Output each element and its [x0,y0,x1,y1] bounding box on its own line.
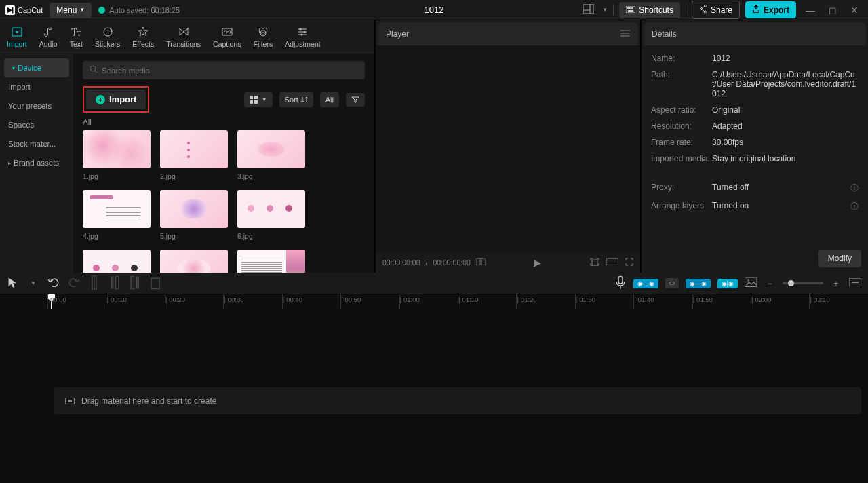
media-item[interactable]: 4.jpg [83,190,151,240]
detail-label: Frame rate: [651,138,712,147]
media-item[interactable]: 5.jpg [160,190,228,240]
trim-right-icon[interactable] [129,275,141,292]
detail-value-path: C:/Users/Usman/AppData/Local/CapCut/User… [712,70,859,98]
sidebar-item-presets[interactable]: Your presets [0,96,73,115]
tab-import[interactable]: Import [7,24,27,50]
svg-rect-30 [606,258,618,265]
chevron-down-icon[interactable]: ▼ [27,280,39,286]
svg-rect-5 [629,7,631,9]
tab-filters[interactable]: Filters [254,24,273,50]
mic-icon[interactable] [614,275,627,292]
tab-text[interactable]: Text [70,24,83,50]
share-button[interactable]: Share [692,1,740,19]
snapshot-icon[interactable] [590,258,599,267]
layout-icon[interactable] [580,4,597,16]
tool-tabs: Import Audio Text Stickers Effects Trans… [0,20,374,54]
project-title: 1012 [425,5,444,15]
media-item[interactable]: 1.jpg [83,130,151,180]
detail-value-framerate: 30.00fps [712,138,859,147]
share-icon [699,5,707,15]
details-header: Details [644,22,866,45]
delete-icon[interactable] [149,275,161,292]
media-item[interactable]: 7.jpg [83,250,151,273]
app-logo: CapCut [5,5,43,15]
redo-icon[interactable] [68,277,80,289]
sort-button[interactable]: Sort [279,92,313,107]
modify-button[interactable]: Modify [818,250,861,267]
player-viewport[interactable] [376,45,640,252]
detail-label: Proxy: [651,182,712,194]
tab-transitions[interactable]: Transitions [166,24,201,50]
app-name: CapCut [18,6,43,14]
timeline-tracks[interactable]: Drag material here and start to create [0,309,868,483]
info-icon[interactable]: ⓘ [850,201,859,212]
filter-all-button[interactable]: All [320,92,339,107]
split-icon[interactable] [88,275,100,292]
shortcuts-button[interactable]: Shortcuts [619,2,680,18]
media-item[interactable]: 8.jpg [160,250,228,273]
preview-icon[interactable]: ◉|◉ [717,279,738,288]
svg-rect-35 [131,276,134,288]
svg-rect-27 [476,258,480,265]
import-highlight: + Import [83,86,149,113]
svg-rect-4 [627,7,629,9]
search-input-wrapper[interactable] [83,61,365,79]
filters-icon [257,26,269,38]
filter-button[interactable] [346,93,365,107]
ratio-icon[interactable] [606,258,618,267]
tab-stickers[interactable]: Stickers [95,24,120,50]
zoom-in-icon[interactable]: + [830,279,842,288]
sidebar-item-spaces[interactable]: Spaces [0,115,73,134]
sidebar-item-stock[interactable]: Stock mater... [0,134,73,153]
media-item[interactable]: 2.jpg [160,130,228,180]
chevron-down-icon[interactable]: ▼ [602,7,608,13]
minimize-button[interactable]: — [802,5,819,16]
svg-point-17 [301,34,303,36]
media-item[interactable]: 6.jpg [237,190,305,240]
snap-icon[interactable]: ◉―◉ [686,279,711,288]
cover-icon[interactable] [745,277,757,289]
link-icon[interactable]: ⬭ [665,278,679,288]
export-button[interactable]: Export [745,1,796,18]
tab-adjustment[interactable]: Adjustment [285,24,321,50]
svg-rect-33 [111,276,114,288]
tab-audio[interactable]: Audio [39,24,58,50]
undo-icon[interactable] [47,277,60,289]
tab-captions[interactable]: Captions [213,24,241,50]
svg-point-16 [304,31,306,33]
zoom-slider[interactable] [783,282,823,284]
fit-icon[interactable] [849,278,861,289]
media-item[interactable]: 3.jpg [237,130,305,180]
svg-rect-22 [250,100,253,104]
svg-rect-3 [626,6,635,13]
media-item[interactable]: 9.jpg [237,250,305,273]
svg-rect-29 [592,260,597,265]
import-button[interactable]: + Import [86,90,146,109]
menu-icon[interactable] [620,29,630,39]
play-button[interactable]: ▶ [534,257,541,268]
maximize-button[interactable]: ◻ [825,5,841,16]
adjustment-icon [296,26,309,38]
detail-label: Aspect ratio: [651,105,712,115]
close-button[interactable]: ✕ [846,5,863,16]
timeline: ▼ ◉―◉ ⬭ ◉―◉ ◉|◉ − + 00:00 |00:10 |00:20 … [0,273,868,483]
search-input[interactable] [102,66,358,75]
fullscreen-icon[interactable] [625,258,633,267]
info-icon[interactable]: ⓘ [850,182,859,194]
svg-rect-0 [583,4,594,14]
pointer-icon[interactable] [7,276,19,290]
menu-button[interactable]: Menu ▼ [50,3,92,18]
timeline-toolbar: ▼ ◉―◉ ⬭ ◉―◉ ◉|◉ − + [0,273,868,294]
sidebar-item-brand[interactable]: ▸Brand assets [0,153,73,172]
view-mode-button[interactable]: ▼ [244,92,273,107]
sidebar-item-device[interactable]: ▾Device [4,58,69,77]
trim-left-icon[interactable] [108,275,121,292]
tab-effects[interactable]: Effects [132,24,154,50]
details-panel: Details Name:1012 Path:C:/Users/Usman/Ap… [642,20,868,273]
magnet-icon[interactable]: ◉―◉ [633,279,658,288]
timeline-ruler[interactable]: 00:00 |00:10 |00:20 |00:30 |00:40 |00:50… [0,294,868,309]
compare-icon[interactable] [476,258,486,267]
sidebar-item-import[interactable]: Import [0,77,73,96]
zoom-out-icon[interactable]: − [764,279,776,288]
detail-value-aspect: Original [712,105,859,115]
